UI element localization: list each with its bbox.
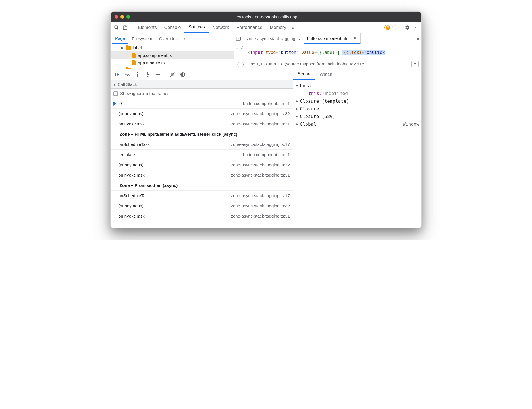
code-editor[interactable]: 1 2 <input type="button" value={{label}}… [234, 44, 421, 59]
editor-tabs: zone-async-stack-tagging.tsbutton.compon… [234, 33, 421, 44]
frame-name: onInvokeTask [119, 173, 145, 177]
ignore-list-row[interactable]: Show ignore-listed frames [111, 89, 293, 98]
file-item[interactable]: app.component.ts [111, 51, 234, 59]
scope-label: Global [300, 121, 316, 127]
stack-frame[interactable]: (anonymous)zone-async-stack-tagging.ts:3… [111, 160, 293, 170]
upper-pane: PageFilesystemOverrides » ⋮ ▶labelapp.co… [111, 33, 421, 69]
maximize-window-icon[interactable] [126, 15, 130, 19]
expand-icon[interactable]: ▶ [295, 99, 299, 103]
device-toggle-icon[interactable] [121, 23, 129, 32]
callstack-header[interactable]: ▼ Call Stack [111, 80, 293, 89]
tab-performance[interactable]: Performance [233, 22, 266, 33]
toggle-navigator-icon[interactable] [234, 34, 243, 43]
svg-rect-2 [125, 27, 127, 30]
warnings-badge[interactable]: ✕ 2 [384, 25, 396, 30]
frame-name: onScheduleTask [119, 142, 150, 147]
scope-row[interactable]: ▶Closure (580) [295, 113, 419, 120]
step-out-icon[interactable] [145, 71, 151, 78]
step-into-icon[interactable] [134, 71, 141, 78]
frame-name: (anonymous) [119, 162, 144, 167]
navigator-kebab-icon[interactable]: ⋮ [226, 36, 232, 41]
step-icon[interactable] [155, 71, 161, 78]
warning-icon: ✕ [386, 25, 390, 30]
tree-label: app.component.ts [138, 53, 172, 58]
checkbox[interactable] [113, 91, 118, 96]
pause-exceptions-icon[interactable] [180, 71, 186, 78]
expand-icon[interactable]: ▶ [295, 115, 299, 118]
folder-icon [126, 46, 131, 50]
traffic-lights [115, 15, 130, 19]
editor-tab-label: zone-async-stack-tagging.ts [247, 36, 300, 41]
scope-row[interactable]: ▶GlobalWindow [295, 120, 419, 128]
stack-frame[interactable]: onScheduleTaskzone-async-stack-tagging.t… [111, 191, 293, 201]
nav-tab-page[interactable]: Page [112, 33, 128, 44]
debug-left-pane: ▼ Call Stack Show ignore-listed frames i… [111, 69, 293, 228]
kebab-menu-icon[interactable]: ⋮ [411, 23, 420, 32]
async-label: Zone – HTMLInputElement.addEventListener… [120, 132, 237, 137]
expand-icon[interactable]: ▶ [121, 68, 124, 69]
navigator-more-icon[interactable]: » [181, 36, 188, 41]
code-content: <input type="button" value={{label}} (cl… [246, 44, 421, 59]
close-tab-icon[interactable]: ✕ [353, 36, 357, 41]
stack-frame[interactable]: onInvokeTaskzone-async-stack-tagging.ts:… [111, 119, 293, 129]
file-item[interactable]: app.module.ts [111, 59, 234, 66]
frame-location: button.component.html:1 [243, 152, 290, 157]
main-toolbar: ElementsConsoleSourcesNetworkPerformance… [111, 22, 421, 33]
stack-frame[interactable]: onInvokeTaskzone-async-stack-tagging.ts:… [111, 170, 293, 180]
resume-icon[interactable] [114, 71, 120, 78]
stack-frame[interactable]: (anonymous)zone-async-stack-tagging.ts:3… [111, 109, 293, 119]
pretty-print-icon[interactable]: { } [237, 61, 244, 67]
warnings-count: 2 [391, 25, 394, 30]
scope-row[interactable]: ▼Local [295, 82, 419, 90]
stack-frame[interactable]: onScheduleTaskzone-async-stack-tagging.t… [111, 139, 293, 150]
expand-icon[interactable]: ▼ [295, 84, 299, 88]
editor-more-icon[interactable]: » [415, 36, 421, 41]
expand-icon[interactable]: ▶ [121, 46, 124, 50]
svg-point-10 [147, 72, 148, 73]
more-tabs-icon[interactable]: » [290, 25, 297, 30]
frame-location: zone-async-stack-tagging.ts:31 [231, 121, 290, 126]
scope-label: Closure (580) [300, 114, 335, 119]
editor-pane: zone-async-stack-tagging.tsbutton.compon… [234, 33, 421, 69]
debug-toolbar [111, 69, 293, 80]
tab-elements[interactable]: Elements [134, 22, 161, 33]
ignore-list-label: Show ignore-listed frames [120, 91, 169, 96]
folder-item[interactable]: ▶label [111, 44, 234, 51]
folder-item[interactable]: ▶environments [111, 66, 234, 69]
step-over-icon[interactable] [124, 71, 130, 78]
nav-tab-overrides[interactable]: Overrides [156, 33, 181, 44]
expand-icon[interactable]: ▶ [295, 107, 299, 111]
scope-label: Closure (template) [300, 98, 349, 104]
editor-tab[interactable]: zone-async-stack-tagging.ts [243, 33, 304, 44]
stack-frame[interactable]: templatebutton.component.html:1 [111, 150, 293, 160]
svg-point-6 [127, 75, 128, 76]
deactivate-breakpoints-icon[interactable] [169, 71, 176, 78]
source-map-link[interactable]: main.fa8bfa0e23f1e [327, 61, 364, 66]
svg-point-9 [147, 76, 149, 77]
status-dropdown-icon[interactable]: ▾ [411, 61, 419, 67]
close-window-icon[interactable] [115, 15, 118, 19]
scope-row[interactable]: ▶Closure (template) [295, 97, 419, 105]
frame-name: i0 [119, 101, 122, 106]
settings-icon[interactable] [403, 23, 411, 32]
stack-frame[interactable]: i0button.component.html:1 [111, 98, 293, 109]
frame-name: template [119, 152, 135, 157]
scope-tab-scope[interactable]: Scope [293, 69, 315, 80]
tab-network[interactable]: Network [209, 22, 233, 33]
stack-frame[interactable]: onInvokeTaskzone-async-stack-tagging.ts:… [111, 211, 293, 221]
stack-frame[interactable]: (anonymous)zone-async-stack-tagging.ts:3… [111, 201, 293, 211]
tab-console[interactable]: Console [161, 22, 185, 33]
file-icon [132, 53, 136, 58]
scope-row[interactable]: ▶Closure [295, 105, 419, 113]
editor-tab[interactable]: button.component.html✕ [304, 33, 361, 44]
tab-memory[interactable]: Memory [266, 22, 290, 33]
debugger-pane: ▼ Call Stack Show ignore-listed frames i… [111, 69, 421, 228]
nav-tab-filesystem[interactable]: Filesystem [128, 33, 156, 44]
inspect-icon[interactable] [112, 23, 121, 32]
tab-sources[interactable]: Sources [184, 22, 209, 33]
svg-point-12 [180, 72, 185, 77]
scope-type: Window [403, 121, 419, 127]
scope-tab-watch[interactable]: Watch [315, 69, 337, 80]
expand-icon[interactable]: ▶ [295, 122, 299, 126]
minimize-window-icon[interactable] [120, 15, 124, 19]
